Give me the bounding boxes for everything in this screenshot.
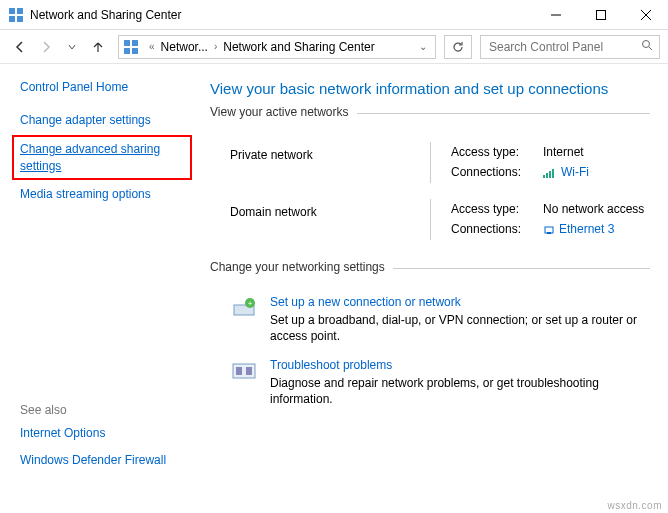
network-name: Domain network (230, 199, 430, 240)
back-button[interactable] (8, 35, 32, 59)
search-box[interactable] (480, 35, 660, 59)
active-networks-section: View your active networks Private networ… (210, 113, 650, 250)
toolbar: « Networ... › Network and Sharing Center… (0, 30, 668, 64)
access-type-value: No network access (543, 199, 644, 219)
svg-rect-3 (17, 16, 23, 22)
setup-connection-icon: + (230, 295, 258, 323)
sidebar-defender-firewall[interactable]: Windows Defender Firewall (20, 452, 188, 469)
change-settings-section: Change your networking settings + Set up… (210, 268, 650, 418)
svg-text:+: + (248, 299, 253, 308)
svg-rect-25 (246, 367, 252, 375)
troubleshoot-desc: Diagnose and repair network problems, or… (270, 375, 650, 407)
refresh-button[interactable] (444, 35, 472, 59)
troubleshoot-item[interactable]: Troubleshoot problems Diagnose and repai… (210, 354, 650, 417)
troubleshoot-title: Troubleshoot problems (270, 358, 650, 372)
connection-wifi-link[interactable]: Wi-Fi (543, 162, 589, 182)
network-center-icon (123, 39, 139, 55)
maximize-button[interactable] (578, 0, 623, 29)
window-title: Network and Sharing Center (30, 8, 533, 22)
setup-connection-title: Set up a new connection or network (270, 295, 650, 309)
page-heading: View your basic network information and … (210, 80, 650, 97)
connection-name: Ethernet 3 (559, 222, 614, 236)
breadcrumb-sharing-center[interactable]: Network and Sharing Center (223, 40, 374, 54)
watermark: wsxdn.com (607, 500, 662, 511)
network-name: Private network (230, 142, 430, 183)
close-button[interactable] (623, 0, 668, 29)
connection-ethernet-link[interactable]: Ethernet 3 (543, 219, 614, 239)
address-dropdown[interactable]: ⌄ (415, 41, 431, 52)
connections-label: Connections: (451, 219, 539, 239)
access-type-label: Access type: (451, 142, 539, 162)
forward-button[interactable] (34, 35, 58, 59)
sidebar-internet-options[interactable]: Internet Options (20, 425, 188, 442)
active-networks-label: View your active networks (210, 105, 357, 119)
svg-rect-15 (546, 173, 548, 178)
breadcrumb-network[interactable]: Networ... (161, 40, 208, 54)
network-row-private: Private network Access type:Internet Con… (210, 136, 650, 193)
connections-label: Connections: (451, 162, 539, 182)
chevron-right-icon[interactable]: › (208, 41, 223, 52)
setup-connection-item[interactable]: + Set up a new connection or network Set… (210, 291, 650, 354)
minimize-button[interactable] (533, 0, 578, 29)
svg-rect-11 (132, 48, 138, 54)
troubleshoot-icon (230, 358, 258, 386)
wifi-icon (543, 168, 557, 178)
svg-rect-9 (132, 40, 138, 46)
svg-rect-5 (596, 10, 605, 19)
setup-connection-desc: Set up a broadband, dial-up, or VPN conn… (270, 312, 650, 344)
change-settings-label: Change your networking settings (210, 260, 393, 274)
search-icon (641, 39, 653, 54)
sidebar-advanced-sharing[interactable]: Change advanced sharing settings (12, 135, 192, 181)
connection-name: Wi-Fi (561, 165, 589, 179)
svg-rect-0 (9, 8, 15, 14)
svg-rect-10 (124, 48, 130, 54)
svg-line-13 (649, 47, 652, 50)
sidebar: Control Panel Home Change adapter settin… (0, 64, 200, 497)
svg-rect-19 (547, 232, 551, 234)
titlebar: Network and Sharing Center (0, 0, 668, 30)
sidebar-media-streaming[interactable]: Media streaming options (20, 186, 188, 203)
access-type-label: Access type: (451, 199, 539, 219)
see-also-label: See also (20, 403, 188, 417)
address-bar[interactable]: « Networ... › Network and Sharing Center… (118, 35, 436, 59)
network-row-domain: Domain network Access type:No network ac… (210, 193, 650, 250)
chevron-right-icon[interactable]: « (143, 41, 161, 52)
up-button[interactable] (86, 35, 110, 59)
svg-rect-8 (124, 40, 130, 46)
svg-point-12 (643, 41, 650, 48)
search-input[interactable] (487, 39, 641, 55)
svg-rect-24 (236, 367, 242, 375)
svg-rect-1 (17, 8, 23, 14)
sidebar-adapter-settings[interactable]: Change adapter settings (20, 112, 188, 129)
svg-rect-16 (549, 171, 551, 178)
network-center-icon (8, 7, 24, 23)
access-type-value: Internet (543, 142, 584, 162)
main-content: View your basic network information and … (200, 64, 668, 497)
svg-rect-2 (9, 16, 15, 22)
ethernet-icon (543, 224, 555, 236)
svg-rect-17 (552, 169, 554, 178)
control-panel-home-link[interactable]: Control Panel Home (20, 80, 188, 94)
recent-dropdown[interactable] (60, 35, 84, 59)
svg-rect-14 (543, 175, 545, 178)
